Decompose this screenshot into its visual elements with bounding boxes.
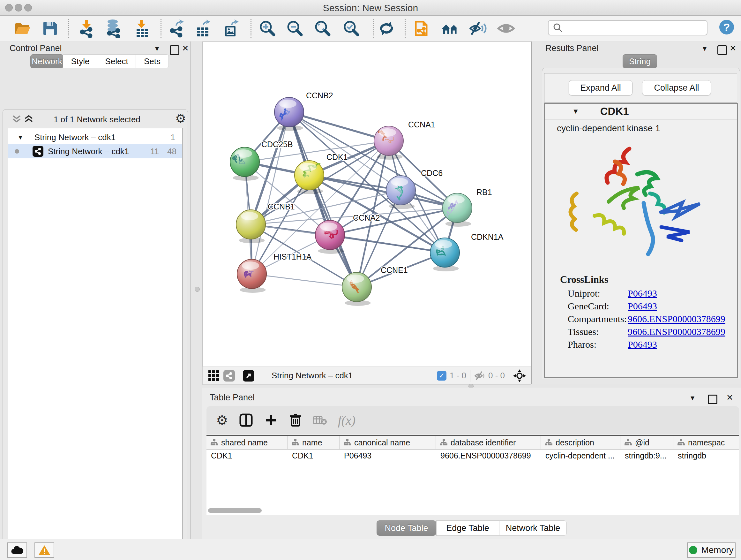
node-HIST1H1A[interactable]: HIST1H1A: [237, 252, 312, 293]
results-panel-collapse-button[interactable]: ▾: [703, 44, 706, 53]
tab-network[interactable]: Network: [30, 54, 64, 68]
table-panel-close-button[interactable]: ✕: [726, 393, 733, 402]
home-button[interactable]: [441, 19, 459, 37]
node-CCNA1[interactable]: CCNA1: [374, 120, 435, 160]
network-row-selected[interactable]: String Network – cdk1 11 48: [8, 144, 182, 159]
control-panel-collapse-button[interactable]: ▾: [155, 44, 159, 53]
results-panel-float-button[interactable]: [718, 45, 727, 55]
search-input[interactable]: [566, 22, 707, 34]
tab-edge-table[interactable]: Edge Table: [436, 520, 499, 536]
crosslink-link[interactable]: 9606.ENSP00000378699: [628, 314, 725, 324]
zoom-out-button[interactable]: [286, 19, 304, 37]
export-table-button[interactable]: [194, 19, 212, 37]
node-CDK1[interactable]: CDK1: [294, 152, 348, 194]
warnings-button[interactable]: [35, 543, 54, 558]
import-table-button[interactable]: [133, 19, 151, 37]
selected-checkbox-icon[interactable]: ✓: [437, 371, 447, 381]
network-share-icon[interactable]: [223, 370, 235, 381]
birdseye-grid-icon[interactable]: [208, 370, 219, 381]
show-columns-icon[interactable]: [239, 413, 253, 427]
table-settings-gear-icon[interactable]: ⚙: [216, 413, 228, 428]
protein-name: CDK1: [600, 105, 629, 118]
edge-CCNB2-CCNA1[interactable]: [289, 112, 389, 141]
attribute-tree-icon: [440, 439, 448, 446]
column-header-label: description: [556, 438, 594, 447]
tab-network-table[interactable]: Network Table: [499, 520, 567, 536]
network-collection-row[interactable]: ▼ String Network – cdk1 1: [8, 130, 182, 144]
column-header-description[interactable]: description: [541, 436, 620, 449]
zoom-in-button[interactable]: [259, 19, 276, 37]
zoom-selected-button[interactable]: [342, 19, 360, 37]
node-CDC25B[interactable]: CDC25B: [230, 140, 293, 181]
export-network-button[interactable]: [168, 19, 186, 37]
houses-icon: [441, 20, 459, 37]
table-cell: CDK1: [206, 449, 287, 463]
edge-CCNB2-HIST1H1A[interactable]: [252, 112, 289, 274]
delete-table-icon[interactable]: [313, 415, 327, 426]
export-image-button[interactable]: [222, 19, 240, 37]
expand-all-button[interactable]: Expand All: [569, 80, 632, 96]
table-panel-float-button[interactable]: [708, 395, 718, 404]
edge-HIST1H1A-CCNE1[interactable]: [252, 274, 357, 287]
crosslink-link[interactable]: 9606.ENSP00000378699: [628, 326, 725, 337]
eye-icon: [497, 21, 515, 36]
control-panel-float-button[interactable]: [170, 45, 179, 55]
memory-button[interactable]: Memory: [687, 543, 736, 558]
apply-layout-button[interactable]: [378, 19, 395, 37]
network-view-canvas[interactable]: CCNB2CCNA1CDC25BCDK1CDC6RB1CCNB1CCNA2CDK…: [202, 42, 531, 367]
crosslink-row: Pharos:P06493: [568, 339, 737, 350]
protein-card-header[interactable]: ▼ CDK1: [545, 104, 737, 119]
tab-select[interactable]: Select: [97, 54, 136, 68]
column-header-canonical-name[interactable]: canonical name: [340, 436, 436, 449]
tab-node-table[interactable]: Node Table: [377, 520, 436, 536]
cloud-button[interactable]: [7, 543, 27, 558]
hidden-eye-slash-icon[interactable]: [474, 371, 486, 381]
edge-CDK1-RB1[interactable]: [309, 175, 457, 208]
node-CCNB1[interactable]: CCNB1: [236, 202, 295, 243]
zoom-fit-button[interactable]: [314, 19, 332, 37]
open-session-button[interactable]: [13, 19, 31, 37]
fit-selected-crosshair-icon[interactable]: [513, 369, 526, 382]
node-CDKN1A[interactable]: CDKN1A: [430, 233, 503, 271]
column-header-name[interactable]: name: [287, 436, 340, 449]
node-CCNE1[interactable]: CCNE1: [342, 266, 408, 306]
crosslink-link[interactable]: P06493: [628, 339, 657, 350]
function-builder-icon[interactable]: f(x): [338, 413, 356, 428]
tree-expand-icon[interactable]: ▼: [17, 134, 23, 141]
column-header-namespac[interactable]: namespac: [673, 436, 734, 449]
edge-RB1-CCNA2[interactable]: [330, 208, 457, 235]
table-row[interactable]: CDK1CDK1P064939606.ENSP00000378699cyclin…: [206, 449, 739, 463]
import-network-from-database-button[interactable]: [105, 19, 122, 37]
collapse-all-chevron-icon[interactable]: [12, 115, 21, 124]
crosslink-link[interactable]: P06493: [628, 301, 657, 312]
crosslink-link[interactable]: P06493: [628, 288, 657, 299]
hide-graphics-details-button[interactable]: [469, 19, 487, 37]
share-file-button[interactable]: [414, 19, 432, 37]
string-network-graph[interactable]: CCNB2CCNA1CDC25BCDK1CDC6RB1CCNB1CCNA2CDK…: [203, 42, 531, 367]
save-session-button[interactable]: [41, 19, 59, 37]
column-header-shared-name[interactable]: shared name: [206, 436, 287, 449]
column-header-database-identifier[interactable]: database identifier: [436, 436, 541, 449]
delete-column-icon[interactable]: [289, 413, 301, 427]
show-graphics-details-button[interactable]: [497, 19, 515, 37]
open-in-new-window-icon[interactable]: [243, 370, 254, 381]
results-tab-string[interactable]: String: [623, 54, 657, 68]
left-splitter-handle[interactable]: [195, 287, 200, 292]
collapse-all-button[interactable]: Collapse All: [642, 80, 711, 96]
expand-all-chevron-icon[interactable]: [24, 115, 33, 124]
column-header-@id[interactable]: @id: [620, 436, 673, 449]
attribute-tree-icon: [545, 439, 552, 446]
help-button[interactable]: ?: [719, 20, 734, 35]
node-RB1[interactable]: RB1: [443, 188, 492, 227]
table-panel-collapse-button[interactable]: ▾: [690, 393, 694, 402]
card-collapse-icon[interactable]: ▼: [572, 107, 579, 116]
table-horizontal-scrollbar[interactable]: [208, 508, 262, 513]
results-panel-close-button[interactable]: ✕: [730, 44, 737, 53]
import-network-button[interactable]: [77, 19, 95, 37]
tab-style[interactable]: Style: [63, 54, 98, 68]
add-column-icon[interactable]: [265, 414, 277, 427]
tab-sets[interactable]: Sets: [136, 54, 169, 68]
toolbar-separator: [405, 19, 406, 38]
network-options-gear-icon[interactable]: ⚙: [175, 111, 186, 125]
control-panel-close-button[interactable]: ✕: [182, 44, 189, 53]
